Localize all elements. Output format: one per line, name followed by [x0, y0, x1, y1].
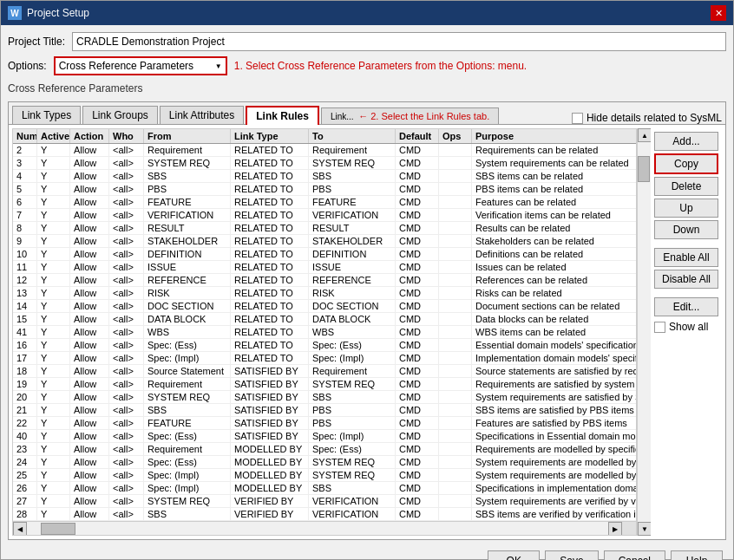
tab-link-extra[interactable]: Link... ← 2. Select the Link Rules tab.: [321, 107, 499, 124]
table-cell-default: CMD: [396, 287, 439, 299]
table-cell-num: 8: [13, 222, 37, 234]
table-cell-purpose: Features can be related: [472, 196, 636, 208]
scroll-v-thumb[interactable]: [638, 156, 650, 182]
table-cell-ops: [439, 209, 472, 221]
table-cell-active: Y: [37, 365, 70, 377]
edit-button[interactable]: Edit...: [654, 297, 718, 316]
table-body[interactable]: 2YAllow<all>RequirementRELATED TORequire…: [13, 144, 636, 521]
table-cell-to: PBS: [309, 183, 396, 195]
add-button[interactable]: Add...: [654, 132, 718, 151]
show-all-checkbox[interactable]: [654, 322, 665, 333]
scroll-v-track[interactable]: [638, 142, 651, 522]
table-cell-default: CMD: [396, 183, 439, 195]
cancel-button[interactable]: Cancel: [604, 550, 665, 560]
table-row[interactable]: 16YAllow<all>Spec: (Ess)RELATED TOSpec: …: [13, 339, 636, 352]
table-cell-who: <all>: [109, 430, 144, 442]
table-row[interactable]: 9YAllow<all>STAKEHOLDERRELATED TOSTAKEHO…: [13, 235, 636, 248]
table-cell-from: Requirement: [144, 144, 231, 156]
table-row[interactable]: 18YAllow<all>Source StatementSATISFIED B…: [13, 365, 636, 378]
vertical-scrollbar[interactable]: ▲ ▼: [637, 128, 651, 536]
table-cell-action: Allow: [70, 339, 109, 351]
table-row[interactable]: 10YAllow<all>DEFINITIONRELATED TODEFINIT…: [13, 248, 636, 261]
ok-button[interactable]: OK: [488, 550, 540, 560]
table-cell-who: <all>: [109, 417, 144, 429]
scroll-h-track[interactable]: [27, 522, 608, 535]
table-row[interactable]: 21YAllow<all>SBSSATISFIED BYPBSCMDSBS it…: [13, 404, 636, 417]
table-cell-num: 15: [13, 313, 37, 325]
table-cell-num: 12: [13, 274, 37, 286]
table-row[interactable]: 22YAllow<all>FEATURESATISFIED BYPBSCMDFe…: [13, 417, 636, 430]
project-title-input[interactable]: [72, 32, 726, 51]
table-cell-ops: [439, 326, 472, 338]
table-row[interactable]: 14YAllow<all>DOC SECTIONRELATED TODOC SE…: [13, 300, 636, 313]
table-cell-active: Y: [37, 456, 70, 468]
table-row[interactable]: 26YAllow<all>Spec: (Impl)MODELLED BYSBSC…: [13, 482, 636, 495]
table-row[interactable]: 17YAllow<all>Spec: (Impl)RELATED TOSpec:…: [13, 352, 636, 365]
copy-button[interactable]: Copy: [654, 153, 718, 174]
table-cell-linktype: SATISFIED BY: [231, 378, 309, 390]
table-cell-action: Allow: [70, 157, 109, 169]
table-row[interactable]: 20YAllow<all>SYSTEM REQSATISFIED BYSBSCM…: [13, 391, 636, 404]
table-row[interactable]: 25YAllow<all>Spec: (Impl)MODELLED BYSYST…: [13, 469, 636, 482]
up-button[interactable]: Up: [654, 199, 718, 218]
table-row[interactable]: 2YAllow<all>RequirementRELATED TORequire…: [13, 144, 636, 157]
table-cell-who: <all>: [109, 469, 144, 481]
table-cell-from: FEATURE: [144, 196, 231, 208]
table-row[interactable]: 28YAllow<all>SBSVERIFIED BYVERIFICATIONC…: [13, 508, 636, 521]
table-row[interactable]: 8YAllow<all>RESULTRELATED TORESULTCMDRes…: [13, 222, 636, 235]
table-cell-ops: [439, 365, 472, 377]
table-cell-to: SYSTEM REQ: [309, 456, 396, 468]
table-cell-active: Y: [37, 352, 70, 364]
disable-all-button[interactable]: Disable All: [654, 270, 718, 289]
tab-link-groups[interactable]: Link Groups: [82, 106, 158, 124]
table-row[interactable]: 11YAllow<all>ISSUERELATED TOISSUECMDIssu…: [13, 261, 636, 274]
table-cell-linktype: VERIFIED BY: [231, 495, 309, 507]
table-row[interactable]: 15YAllow<all>DATA BLOCKRELATED TODATA BL…: [13, 313, 636, 326]
table-cell-ops: [439, 196, 472, 208]
scroll-left-icon[interactable]: ◀: [13, 522, 27, 536]
table-cell-from: VERIFICATION: [144, 209, 231, 221]
table-row[interactable]: 5YAllow<all>PBSRELATED TOPBSCMDPBS items…: [13, 183, 636, 196]
table-row[interactable]: 7YAllow<all>VERIFICATIONRELATED TOVERIFI…: [13, 209, 636, 222]
table-cell-to: PBS: [309, 404, 396, 416]
table-cell-who: <all>: [109, 170, 144, 182]
table-row[interactable]: 19YAllow<all>RequirementSATISFIED BYSYST…: [13, 378, 636, 391]
table-cell-default: CMD: [396, 300, 439, 312]
table-cell-action: Allow: [70, 443, 109, 455]
sysml-checkbox[interactable]: [572, 113, 583, 124]
table-row[interactable]: 40YAllow<all>Spec: (Ess)SATISFIED BYSpec…: [13, 430, 636, 443]
table-cell-default: CMD: [396, 313, 439, 325]
table-row[interactable]: 4YAllow<all>SBSRELATED TOSBSCMDSBS items…: [13, 170, 636, 183]
delete-button[interactable]: Delete: [654, 177, 718, 196]
tab-link-attributes[interactable]: Link Attributes: [160, 106, 244, 124]
options-dropdown[interactable]: Cross Reference Parameters ▼: [54, 56, 227, 75]
scroll-h-thumb[interactable]: [41, 523, 75, 535]
help-button[interactable]: Help: [671, 550, 723, 560]
save-button[interactable]: Save: [545, 550, 598, 560]
scroll-right-icon[interactable]: ▶: [608, 522, 622, 536]
table-cell-ops: [439, 287, 472, 299]
table-cell-purpose: Results can be related: [472, 222, 636, 234]
close-button[interactable]: ✕: [711, 5, 726, 21]
horizontal-scrollbar[interactable]: ◀ ▶: [13, 521, 636, 535]
table-row[interactable]: 41YAllow<all>WBSRELATED TOWBSCMDWBS item…: [13, 326, 636, 339]
table-cell-active: Y: [37, 183, 70, 195]
down-button[interactable]: Down: [654, 220, 718, 239]
scroll-down-icon[interactable]: ▼: [638, 522, 651, 536]
table-row[interactable]: 24YAllow<all>Spec: (Ess)MODELLED BYSYSTE…: [13, 456, 636, 469]
table-cell-default: CMD: [396, 508, 439, 520]
table-row[interactable]: 12YAllow<all>REFERENCERELATED TOREFERENC…: [13, 274, 636, 287]
scroll-up-icon[interactable]: ▲: [638, 128, 651, 142]
table-cell-who: <all>: [109, 508, 144, 520]
table-row[interactable]: 27YAllow<all>SYSTEM REQVERIFIED BYVERIFI…: [13, 495, 636, 508]
enable-all-button[interactable]: Enable All: [654, 248, 718, 267]
col-header-num: Num: [13, 129, 37, 143]
tab-link-types[interactable]: Link Types: [12, 106, 81, 124]
table-row[interactable]: 6YAllow<all>FEATURERELATED TOFEATURECMDF…: [13, 196, 636, 209]
table-cell-ops: [439, 469, 472, 481]
table-row[interactable]: 13YAllow<all>RISKRELATED TORISKCMDRisks …: [13, 287, 636, 300]
table-row[interactable]: 3YAllow<all>SYSTEM REQRELATED TOSYSTEM R…: [13, 157, 636, 170]
table-cell-num: 26: [13, 482, 37, 494]
tab-link-rules[interactable]: Link Rules: [246, 106, 319, 125]
table-row[interactable]: 23YAllow<all>RequirementMODELLED BYSpec:…: [13, 443, 636, 456]
